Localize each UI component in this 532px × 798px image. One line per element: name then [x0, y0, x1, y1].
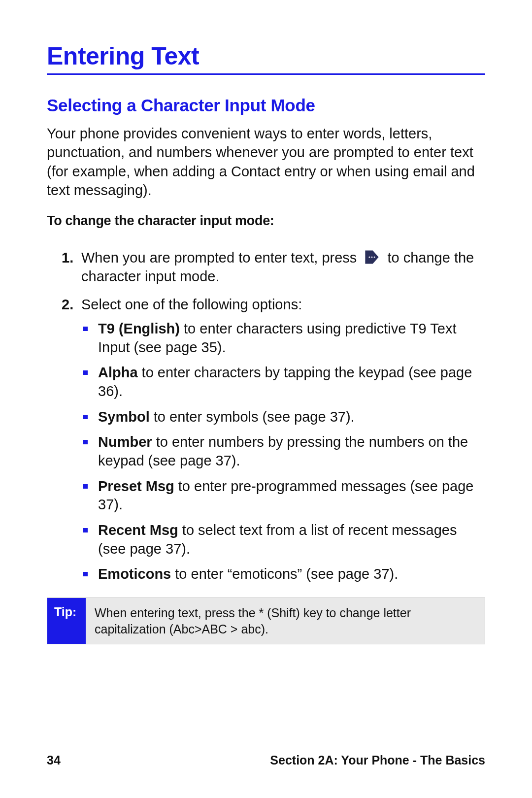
- options-list: T9 (English) to enter characters using p…: [81, 320, 485, 584]
- svg-point-3: [374, 257, 375, 258]
- title-rule: [47, 73, 485, 75]
- page-number: 34: [47, 753, 61, 767]
- tip-text: When entering text, press the * (Shift) …: [86, 598, 485, 644]
- option-name: T9 (English): [98, 321, 180, 336]
- option-preset-msg: Preset Msg to enter pre-programmed messa…: [81, 477, 485, 514]
- tip-label: Tip:: [47, 598, 86, 644]
- option-desc: to enter numbers by pressing the numbers…: [98, 434, 468, 468]
- procedure-steps: 1. When you are prompted to enter text, …: [47, 248, 485, 584]
- tip-box: Tip: When entering text, press the * (Sh…: [47, 598, 485, 644]
- svg-point-1: [369, 257, 370, 258]
- page-footer: 34 Section 2A: Your Phone - The Basics: [47, 753, 485, 767]
- option-name: Alpha: [98, 365, 138, 380]
- manual-page: Entering Text Selecting a Character Inpu…: [0, 0, 532, 798]
- right-key-icon: [364, 249, 380, 266]
- option-name: Number: [98, 434, 152, 450]
- step-1-pre: When you are prompted to enter text, pre…: [81, 250, 361, 266]
- option-recent-msg: Recent Msg to select text from a list of…: [81, 521, 485, 558]
- option-alpha: Alpha to enter characters by tapping the…: [81, 364, 485, 400]
- step-number: 2.: [62, 295, 73, 314]
- option-desc: to enter symbols (see page 37).: [150, 409, 355, 425]
- option-desc: to enter characters by tapping the keypa…: [98, 365, 472, 399]
- option-name: Symbol: [98, 409, 150, 425]
- step-number: 1.: [62, 248, 73, 267]
- option-t9: T9 (English) to enter characters using p…: [81, 320, 485, 357]
- section-reference: Section 2A: Your Phone - The Basics: [270, 753, 485, 767]
- step-2-text: Select one of the following options:: [81, 297, 302, 312]
- page-title: Entering Text: [47, 42, 485, 70]
- option-name: Preset Msg: [98, 478, 174, 494]
- section-heading: Selecting a Character Input Mode: [47, 96, 485, 115]
- option-symbol: Symbol to enter symbols (see page 37).: [81, 408, 485, 427]
- option-name: Emoticons: [98, 566, 171, 582]
- option-desc: to enter “emoticons” (see page 37).: [171, 566, 398, 582]
- procedure-label: To change the character input mode:: [47, 213, 485, 229]
- option-name: Recent Msg: [98, 522, 178, 538]
- step-1-text: When you are prompted to enter text, pre…: [81, 250, 474, 284]
- step-1: 1. When you are prompted to enter text, …: [47, 248, 485, 286]
- option-emoticons: Emoticons to enter “emoticons” (see page…: [81, 565, 485, 584]
- intro-paragraph: Your phone provides convenient ways to e…: [47, 124, 485, 200]
- step-2: 2. Select one of the following options: …: [47, 295, 485, 584]
- svg-point-2: [371, 257, 373, 258]
- option-number: Number to enter numbers by pressing the …: [81, 433, 485, 470]
